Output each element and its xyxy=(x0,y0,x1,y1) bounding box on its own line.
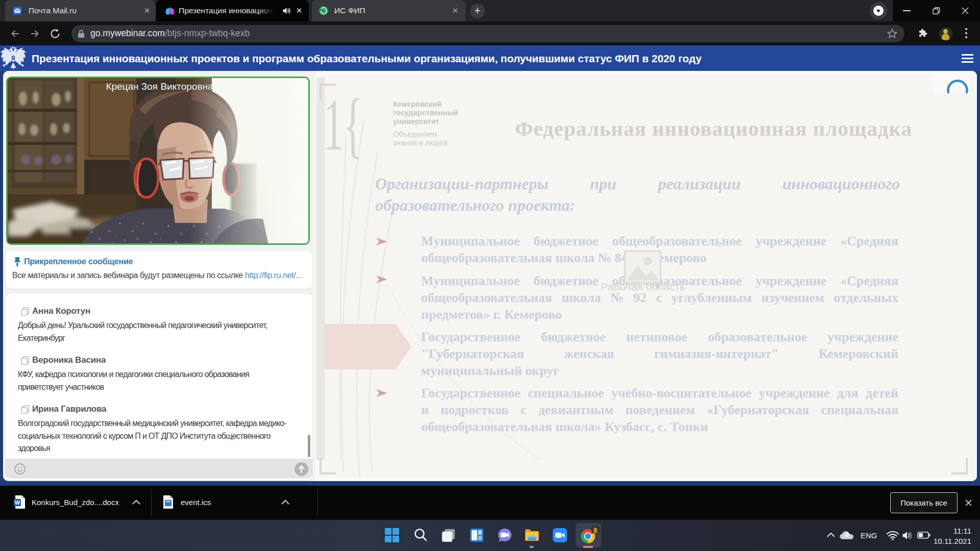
svg-text:1{: 1{ xyxy=(324,84,363,163)
svg-text:W: W xyxy=(15,499,20,506)
